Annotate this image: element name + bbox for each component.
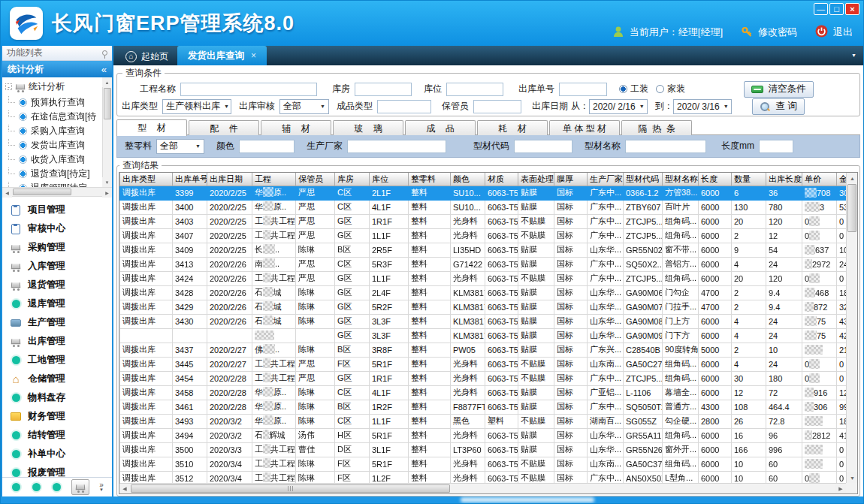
column-header[interactable]: 生产厂家 [588,173,624,186]
circle-icon[interactable] [31,482,41,493]
column-header[interactable]: 膜厚 [554,173,588,186]
date-from-picker[interactable]: 2020/ 2/16▼ [589,99,648,114]
tree-item[interactable]: 发货出库查询 [2,138,112,152]
scroll-left-icon[interactable]: ◀ [2,188,12,198]
table-row[interactable]: 调拨出库35122020/3/4工共工程陈琳F区1L2F整料光身料6063-T5… [120,471,847,483]
maximize-button[interactable]: □ [829,3,844,15]
column-header[interactable]: 工程 [252,173,296,186]
tree-vertical-scrollbar[interactable]: ▲ ▼ [102,77,112,187]
table-row[interactable]: 调拨出库34242020/2/26工共工程严思G区1L1F整料光身料6063-T… [120,271,847,285]
clear-conditions-button[interactable]: 清空条件 [744,81,814,98]
column-header[interactable]: 长度 [699,173,732,186]
column-header[interactable]: 库房 [335,173,370,186]
color-input[interactable] [239,140,295,153]
table-row[interactable]: 调拨出库34302020/2/26石城陈琳G区3L3F整料KLM38176063… [120,314,847,328]
sidebar-menu-item[interactable]: 出库管理 [2,332,112,351]
table-row[interactable]: 调拨出库34072020/2/25工共工程严思G区1L1F整料光身料6063-T… [120,228,847,243]
table-row[interactable]: 调拨出库33992020/2/25华原..严思C区2L1F整料SU10...60… [120,186,847,200]
sidebar-menu-item[interactable]: 报废管理 [2,463,112,477]
maker-input[interactable] [347,140,446,153]
tab-list-caret-icon[interactable]: ▼ [851,53,856,58]
column-header[interactable]: 型材代码 [624,173,663,186]
sidebar-menu-item[interactable]: ⌂仓储管理 [2,370,112,388]
material-tab[interactable]: 成 品 [405,120,476,135]
tree-root-node[interactable]: - 统计分析 [2,79,112,95]
column-header[interactable]: 表面处理 [518,173,554,186]
warehouse-input[interactable] [355,83,412,96]
sidebar-menu-item[interactable]: 退货管理 [2,276,112,294]
table-row[interactable]: 调拨出库34002020/2/25华原..严思C区4L1F整料SU10...60… [120,200,847,214]
table-row[interactable]: 调拨出库34942020/3/2石辉城汤伟H区5R1F整料光身料6063-T5贴… [120,428,847,442]
location-input[interactable] [446,83,503,96]
column-header[interactable]: 出库类型 [120,173,173,186]
tab-shipment-query[interactable]: 发货出库查询 × [177,46,267,65]
tab-close-icon[interactable]: × [251,50,256,61]
column-header[interactable]: 材质 [485,173,518,186]
column-header[interactable]: 型材名称 [663,173,699,186]
table-row[interactable]: 调拨出库34282020/2/26石城陈琳G区2L4F整料KLM38176063… [120,285,847,300]
sidebar-menu-item[interactable]: 审核中心 [2,219,112,238]
scroll-right-icon[interactable]: ▶ [835,484,846,493]
sidebar-menu-item[interactable]: 项目管理 [2,201,112,219]
circle-icon[interactable] [51,482,62,493]
table-row[interactable]: 调拨出库35102020/3/4工共工程陈琳F区5R1F整料光身料6063-T5… [120,457,847,471]
material-tab[interactable]: 辅 材 [261,120,331,135]
column-header[interactable]: 库位 [370,173,409,186]
sidebar-menu-item[interactable]: 退库管理 [2,294,112,313]
material-tab[interactable]: 配 件 [189,120,259,135]
sidebar-menu-item[interactable]: 采购管理 [2,238,112,257]
date-to-picker[interactable]: 2020/ 3/16▼ [673,99,732,114]
tree-horizontal-scrollbar[interactable]: ◀ ▶ [2,187,112,197]
table-row[interactable]: 调拨出库34452020/2/27工共工程严思F区5R1F整料光身料6063-T… [120,357,847,371]
table-row[interactable]: 调拨出库34372020/2/27佛..陈琳B区3R8F整料PW056063-T… [120,343,847,357]
scroll-up-icon[interactable]: ▲ [847,173,858,183]
column-header[interactable]: 保管员 [296,173,335,186]
sidebar-menu-item[interactable]: 工地管理 [2,351,112,370]
sidebar-menu-item[interactable]: 入库管理 [2,257,112,276]
scroll-up-icon[interactable]: ▲ [102,77,112,87]
sidebar-menu-item[interactable]: 结转管理 [2,426,112,445]
minimize-button[interactable]: — [814,3,828,15]
grid-hscroll-thumb[interactable] [131,484,450,493]
table-row[interactable]: 调拨出库34032020/2/25工共工程严思G区1R1F整料光身料6063-T… [120,214,847,228]
table-row[interactable]: 调拨出库34292020/2/26石城陈琳G区5R2F整料KLM38176063… [120,300,847,314]
pin-icon[interactable] [102,50,107,56]
column-header[interactable]: 金 [837,173,847,186]
material-tab[interactable]: 单 体 型 材 [549,120,620,135]
profile-name-input[interactable] [625,140,706,153]
column-header[interactable]: 出库长度 [766,173,802,186]
tree-item[interactable]: 预算执行查询 [2,95,112,110]
grid-vertical-scrollbar[interactable]: ▲ ▼ [846,173,857,483]
table-row[interactable]: 调拨出库34612020/2/28华原..陈琳B区1R2F整料F8877FT60… [120,400,847,414]
sidebar-menu-item[interactable]: 财务管理 [2,407,112,426]
table-row[interactable]: 调拨出库34092020/2/25长..陈琳B区2R5F整料LI35HD6063… [120,243,847,257]
search-button[interactable]: 查 询 [752,98,804,115]
tab-home[interactable]: ⌂ 起始页 [116,47,177,65]
length-input[interactable] [759,140,793,153]
sidebar-menu-item[interactable]: 生产管理 [2,313,112,332]
more-buttons-chevron[interactable]: » ▼ [99,482,104,493]
project-name-input[interactable] [180,83,317,96]
close-button[interactable]: × [845,3,859,15]
tree-item[interactable]: 退货查询[待定] [2,167,112,181]
tree-item[interactable]: 采购入库查询 [2,124,112,138]
jiazhuang-radio[interactable] [656,85,664,93]
material-tab[interactable]: 隔 热 条 [621,120,692,135]
outbound-type-select[interactable]: 生产领料出库▼ [162,99,231,114]
table-row[interactable]: G区3L3F整料KLM38176063-T5贴膜国标山东华...GA90M09.… [120,328,847,343]
scroll-right-icon[interactable]: ▶ [102,188,112,198]
expander-icon[interactable]: - [5,83,12,90]
tree-hscroll-thumb[interactable] [13,189,71,195]
column-header[interactable]: 颜色 [451,173,485,186]
circle-icon[interactable] [11,482,21,493]
keeper-input[interactable] [473,100,521,113]
column-header[interactable]: 单价 [802,173,837,186]
outbound-audit-select[interactable]: 全部▼ [279,99,329,114]
cart-module-button[interactable] [71,479,89,495]
table-row[interactable]: 调拨出库34542020/2/28工共工程严思G区1R1F整料光身料6063-T… [120,371,847,385]
tree-item[interactable]: 退库管理[待定 [2,181,112,187]
scroll-down-icon[interactable]: ▼ [102,177,112,187]
change-password-link[interactable]: 修改密码 [758,26,797,39]
grid-horizontal-scrollbar[interactable]: ◀ ▶ [119,483,846,493]
table-row[interactable]: 调拨出库34932020/3/2华原..陈琳C区1L1F整料黑色塑料不贴膜国标湖… [120,414,847,428]
